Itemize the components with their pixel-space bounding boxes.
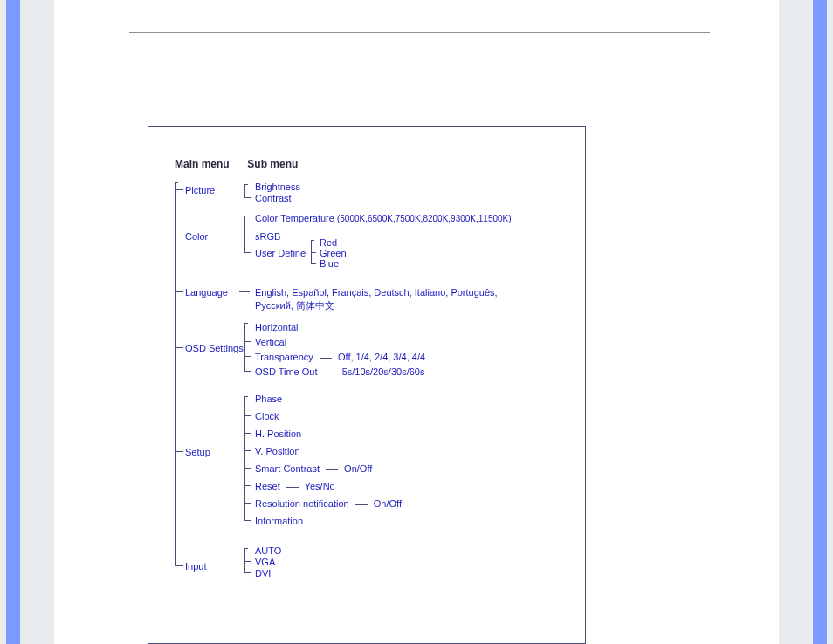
- color-temp-values: (5000K,6500K,7500K,8200K,9300K,11500K): [337, 214, 512, 223]
- item-phase: Phase: [255, 393, 282, 406]
- item-vpos: V. Position: [255, 445, 300, 458]
- document-page: Main menu Sub menu Picture Brightness Co…: [54, 0, 779, 644]
- header-main: Main menu: [175, 158, 244, 170]
- item-clock: Clock: [255, 410, 279, 423]
- transparency-label: Transparency: [255, 352, 313, 362]
- smart-contrast-values: On/Off: [344, 463, 372, 474]
- item-languages: English, Español, Français, Deutsch, Ita…: [255, 286, 508, 312]
- menu-panel: Main menu Sub menu Picture Brightness Co…: [148, 126, 586, 644]
- section-setup: Setup: [185, 446, 210, 459]
- item-smart-contrast: Smart Contrast On/Off: [255, 462, 372, 476]
- timeout-label: OSD Time Out: [255, 367, 318, 377]
- res-notif-values: On/Off: [374, 498, 402, 509]
- item-color-temp: Color Temperature (5000K,6500K,7500K,820…: [255, 212, 512, 225]
- section-input: Input: [185, 560, 206, 573]
- color-temp-label: Color Temperature: [255, 213, 334, 223]
- item-timeout: OSD Time Out 5s/10s/20s/30s/60s: [255, 366, 424, 379]
- margin-bar-left: [0, 0, 54, 644]
- item-blue: Blue: [320, 257, 339, 271]
- item-reset: Reset Yes/No: [255, 480, 335, 493]
- section-picture: Picture: [185, 184, 215, 197]
- reset-values: Yes/No: [305, 481, 335, 491]
- transparency-values: Off, 1/4, 2/4, 3/4, 4/4: [338, 352, 425, 362]
- item-hpos: H. Position: [255, 428, 301, 441]
- section-color: Color: [185, 230, 208, 243]
- item-information: Information: [255, 515, 303, 528]
- section-language: Language: [185, 286, 228, 299]
- item-res-notif: Resolution notification On/Off: [255, 497, 402, 510]
- smart-contrast-label: Smart Contrast: [255, 463, 320, 474]
- item-srgb: sRGB: [255, 230, 280, 243]
- item-vertical: Vertical: [255, 336, 286, 349]
- item-horizontal: Horizontal: [255, 321, 299, 334]
- timeout-values: 5s/10s/20s/30s/60s: [342, 367, 425, 377]
- margin-bar-right: [779, 0, 833, 644]
- horizontal-rule: [129, 32, 710, 33]
- column-headers: Main menu Sub menu: [175, 158, 298, 170]
- item-user-define: User Define: [255, 247, 306, 260]
- header-sub: Sub menu: [247, 158, 298, 170]
- section-osd: OSD Settings: [185, 342, 244, 355]
- item-input-dvi: DVI: [255, 567, 271, 580]
- reset-label: Reset: [255, 481, 280, 491]
- item-transparency: Transparency Off, 1/4, 2/4, 3/4, 4/4: [255, 351, 425, 364]
- item-contrast: Contrast: [255, 192, 292, 205]
- res-notif-label: Resolution notification: [255, 498, 349, 509]
